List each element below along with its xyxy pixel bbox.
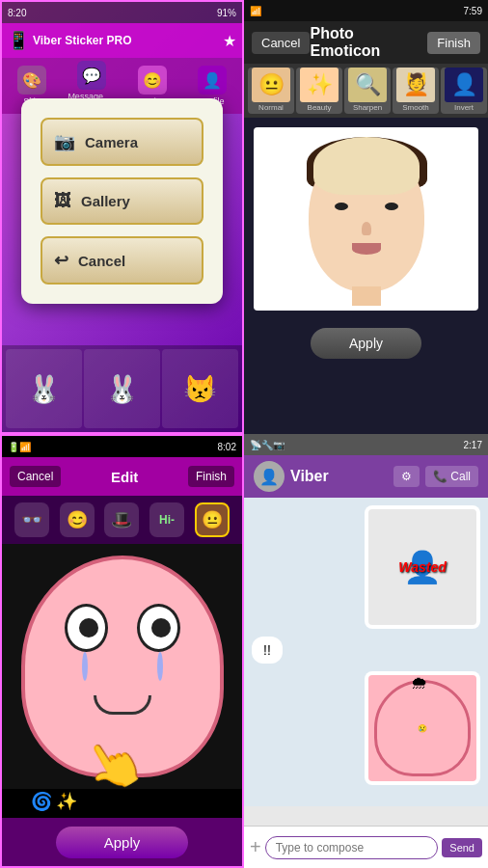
tear-right [157, 652, 163, 681]
gallery-label: Gallery [81, 193, 130, 209]
tool-glasses[interactable]: 👓 [14, 502, 49, 537]
tear-left [82, 652, 88, 681]
viber-contact: 👤 Viber [254, 461, 329, 492]
pe-title: Photo Emoticon [310, 25, 427, 60]
call-label: Call [450, 470, 471, 483]
call-button[interactable]: 📞 Call [425, 466, 478, 487]
face-nose [362, 222, 371, 235]
filter-normal[interactable]: 😐 Normal [248, 68, 294, 114]
panel-bottom-right: 📡🔧📷 2:17 👤 Viber ⚙ 📞 Call 👤 Wasted [244, 434, 488, 868]
apply-button-bl[interactable]: Apply [56, 827, 189, 858]
icons-bl: 🔋📶 [8, 442, 31, 452]
viber-icon: 📱 [8, 30, 29, 51]
emoticon-face-area [45, 584, 200, 748]
compose-bar: + Send [244, 826, 488, 868]
cancel-label: Cancel [78, 253, 125, 269]
panel-bottom-left: 🔋📶 8:02 Cancel Edit Finish 👓 😊 🎩 Hi- 😐 [0, 434, 244, 868]
wasted-label: Wasted [398, 559, 447, 575]
filter-smooth[interactable]: 💆 Smooth [393, 68, 439, 114]
filter-sharpen[interactable]: 🔍 Sharpen [344, 68, 391, 114]
panel-top-right: 📶 7:59 Cancel Photo Emoticon Finish 😐 No… [244, 0, 488, 434]
cancel-button-menu[interactable]: ↩ Cancel [41, 236, 203, 285]
status-bar-tl: 8:20 91% [2, 2, 242, 23]
eye-left-cartoon [65, 604, 108, 652]
apply-bar-bl: Apply [2, 818, 242, 866]
face-forehead [313, 137, 420, 195]
tool-smile[interactable]: 😊 [60, 502, 95, 537]
filter-invert-label: Invert [454, 103, 474, 112]
battery-tl: 91% [217, 8, 236, 18]
filter-beauty-label: Beauty [308, 103, 332, 112]
tool-active[interactable]: 😐 [195, 502, 230, 537]
contact-avatar: 👤 [254, 461, 285, 492]
chat-area: 👤 Wasted !! 😢 🌧 [244, 498, 488, 806]
sticker-image-2: 😢 🌧 [368, 675, 476, 781]
sticker-3[interactable]: 😾 [162, 349, 238, 428]
gallery-button[interactable]: 🖼 Gallery [41, 177, 203, 225]
edit-cancel-button[interactable]: Cancel [10, 466, 61, 487]
status-icons-br: 📡🔧📷 [250, 440, 285, 450]
mouth-sad [94, 695, 151, 715]
time-bl: 8:02 [218, 442, 236, 452]
panel-top-left: 8:20 91% 📱 Viber Sticker PRO ★ 🎨 Skin 💬 … [0, 0, 244, 434]
gallery-icon: 🖼 [54, 191, 71, 211]
apply-button-tr[interactable]: Apply [311, 328, 421, 359]
chat-sticker-1: 👤 Wasted [365, 505, 480, 629]
sticker-2[interactable]: 🐰 [84, 349, 160, 428]
icon-eye[interactable]: 👁 [10, 791, 27, 816]
compose-input[interactable] [265, 836, 439, 859]
face-eye-right [385, 203, 398, 210]
sticker-image-1: 👤 Wasted [368, 509, 476, 625]
icon-wave[interactable]: 〜 [81, 791, 98, 816]
canvas-area[interactable]: 👆 [2, 544, 242, 789]
camera-button[interactable]: 📷 Camera [41, 118, 203, 166]
time-br: 2:17 [464, 440, 482, 450]
face-eye-left [335, 203, 348, 210]
add-attachment-button[interactable]: + [250, 836, 261, 858]
filter-smooth-label: Smooth [402, 103, 429, 112]
tool-hat[interactable]: 🎩 [104, 502, 139, 537]
chat-message-1: !! [252, 637, 283, 664]
star-icon[interactable]: ★ [223, 32, 236, 50]
pe-cancel-button[interactable]: Cancel [252, 32, 310, 54]
time-tr: 7:59 [464, 6, 482, 16]
icon-heart[interactable]: ❤ [102, 791, 117, 816]
contact-name: Viber [290, 468, 329, 485]
chat-sticker-2: 😢 🌧 [365, 671, 480, 785]
emoticon-canvas[interactable]: 👆 [21, 556, 224, 777]
filter-sharpen-label: Sharpen [353, 103, 382, 112]
viber-logo: 📱 Viber Sticker PRO [8, 30, 132, 51]
pe-finish-button[interactable]: Finish [427, 32, 480, 54]
eye-right-cartoon [137, 604, 180, 652]
icon-sparkle[interactable]: ✨ [56, 791, 77, 816]
menu-dialog: 📷 Camera 🖼 Gallery ↩ Cancel [21, 98, 223, 304]
edit-title: Edit [111, 469, 138, 485]
call-icons: ⚙ 📞 Call [393, 466, 478, 487]
status-bar-br: 📡🔧📷 2:17 [244, 434, 488, 455]
sticker-row-tl: 🐰 🐰 😾 [2, 345, 242, 432]
viber-header: 📱 Viber Sticker PRO ★ [2, 23, 242, 58]
tool-row: 👓 😊 🎩 Hi- 😐 [2, 496, 242, 544]
viber-call-bar: 👤 Viber ⚙ 📞 Call [244, 455, 488, 498]
message-text: !! [263, 642, 271, 658]
settings-button[interactable]: ⚙ [393, 466, 420, 487]
status-bar-bl: 🔋📶 8:02 [2, 436, 242, 457]
sticker-1[interactable]: 🐰 [6, 349, 82, 428]
cancel-icon: ↩ [54, 250, 68, 271]
face-preview [254, 127, 478, 311]
icon-swirl[interactable]: 🌀 [31, 791, 52, 816]
camera-icon: 📷 [54, 131, 75, 152]
edit-finish-button[interactable]: Finish [188, 466, 234, 487]
signal-tr: 📶 [250, 6, 261, 16]
filter-normal-label: Normal [258, 103, 284, 112]
filter-beauty[interactable]: ✨ Beauty [296, 68, 342, 114]
face-drawing [294, 137, 439, 301]
viber-title: Viber Sticker PRO [33, 34, 132, 47]
tool-hi[interactable]: Hi- [149, 502, 184, 537]
filter-invert[interactable]: 👤 Invert [441, 68, 487, 114]
time-tl: 8:20 [8, 8, 26, 18]
send-button[interactable]: Send [442, 838, 482, 857]
photo-emoticon-bar: Cancel Photo Emoticon Finish [244, 21, 488, 64]
main-screen: 8:20 91% 📱 Viber Sticker PRO ★ 🎨 Skin 💬 … [0, 0, 488, 868]
face-neck [352, 286, 381, 306]
